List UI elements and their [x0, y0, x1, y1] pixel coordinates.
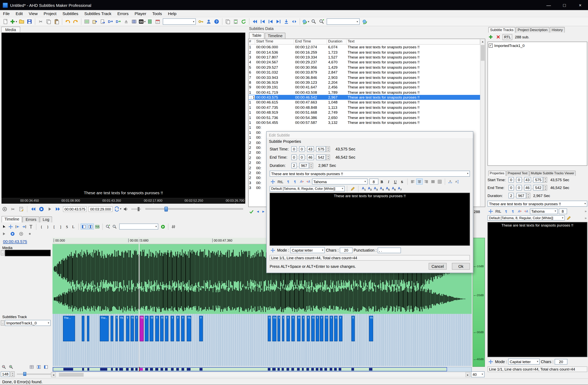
table-row[interactable]: 100:00:48.91900:00:51.6682,749These are … [249, 110, 480, 115]
subtitle-block[interactable]: T [302, 316, 305, 341]
style-preset-5[interactable]: A5 [385, 186, 391, 192]
goto-first-subtitle-button[interactable] [267, 18, 274, 25]
delete-track-button[interactable] [495, 34, 502, 40]
subtitle-block[interactable]: Th. [369, 316, 373, 341]
subtitle-block[interactable]: Th [297, 316, 300, 341]
stretch-ends-button[interactable] [290, 18, 298, 25]
goto-next-button[interactable] [21, 224, 27, 230]
refresh-button[interactable] [240, 18, 248, 25]
timeline-track-combo[interactable]: ImportedTrack1_0▾ [5, 320, 51, 326]
loop-button[interactable] [27, 231, 33, 237]
video-preview[interactable]: These are test texts for snapsots purose… [1, 33, 245, 198]
prop-dir-rtl-button[interactable]: ¶ [510, 208, 516, 214]
table-row[interactable]: 100:00:06.00000:00:12.0746,074These are … [249, 44, 480, 50]
open-project-button[interactable] [17, 18, 25, 25]
tab-timeline[interactable]: Timeline [265, 33, 286, 39]
cut-media-button[interactable]: ✂ [9, 205, 17, 213]
prop-text-combo[interactable]: These are test texts for snapsots purose… [487, 201, 587, 207]
next-subtitle-button[interactable]: ► [261, 210, 266, 214]
subtitle-block-selected[interactable]: Th [140, 316, 143, 341]
start-hours-field[interactable]: 0 [292, 146, 297, 152]
font-family-combo[interactable]: Tahoma▾ [312, 179, 367, 185]
start-ms-field[interactable]: 575 [316, 146, 326, 152]
subtitle-text-combo[interactable]: These are test texts for snapsots purose… [270, 171, 470, 177]
goto-prev-button[interactable] [14, 224, 21, 230]
rewind-button[interactable] [29, 205, 37, 213]
subtitle-block[interactable]: T [282, 316, 284, 341]
play-from-cursor-button[interactable] [1, 231, 7, 237]
style-preset-2[interactable]: A2 [367, 186, 373, 192]
table-row[interactable]: 300:00:17.80700:00:19.3341,527These are … [249, 55, 480, 60]
align-left-button[interactable] [409, 179, 416, 185]
subtitle-block[interactable]: T [126, 316, 129, 341]
volume-slider[interactable] [131, 208, 141, 210]
menu-subtitles[interactable]: Subtitles [60, 11, 81, 17]
duration-seconds-field[interactable]: 2 [292, 163, 297, 168]
start-seconds-field[interactable]: 43 [307, 146, 314, 152]
prop-anchor-button[interactable] [487, 359, 494, 365]
tab-timeline[interactable]: Timeline [1, 216, 22, 222]
volume-button[interactable] [122, 205, 130, 213]
ocr-tool-button[interactable]: OS▾ [138, 18, 146, 25]
subtitle-block[interactable]: Th [130, 316, 134, 341]
prop-start-minutes-field[interactable]: 0 [516, 177, 522, 183]
align-center-button[interactable] [416, 179, 422, 185]
export-subtitles-button[interactable] [91, 18, 98, 25]
search-combo[interactable]: ▾ [326, 18, 359, 25]
column-header-[interactable]: # [249, 39, 255, 44]
table-row[interactable]: 200:00:14.53600:00:16.2591,723These are … [249, 50, 480, 55]
menu-project[interactable]: Project [41, 11, 60, 17]
play-button[interactable] [38, 205, 45, 213]
subtitle-blocks-lane[interactable]: The...The..TThTThTThTThTThTTTTThTThTh.TT… [52, 314, 472, 366]
edit-notes-button[interactable] [17, 205, 25, 213]
cut-button[interactable]: ✂ [37, 18, 44, 25]
tab-multiple-subtitle-tracks-viewer[interactable]: Multiple Subtitle Tracks Viewer [529, 171, 576, 176]
bold-button[interactable]: B [379, 179, 385, 185]
subtitle-block[interactable]: Th. [272, 316, 276, 341]
play-selection-button[interactable] [9, 231, 16, 237]
end-ms-field[interactable]: 542 [316, 154, 326, 160]
menu-view[interactable]: View [26, 11, 41, 17]
timeline-overview-bar[interactable] [52, 367, 472, 372]
timeline-scrollbar[interactable]: ◄ ► [51, 372, 470, 377]
edit-subtitle-dialog[interactable]: Edit Subtitle Subtitle Properties Start … [266, 131, 473, 273]
paste-button[interactable] [52, 18, 60, 25]
view-split-button[interactable] [87, 224, 94, 230]
subtitle-block[interactable]: Th [334, 316, 338, 341]
timeline-current-time-link[interactable]: 00:00:43.575 [3, 239, 27, 244]
subtitle-block[interactable]: Th [311, 316, 315, 341]
table-scrollbar[interactable]: ▲ [480, 39, 485, 207]
prop-duration-seconds-field[interactable]: 2 [509, 193, 514, 198]
duration-spinner[interactable]: ▴▾ [309, 163, 313, 168]
chevron-down-icon[interactable]: ▾ [465, 172, 468, 175]
subtitle-block[interactable]: T [135, 316, 138, 341]
column-header-duration[interactable]: Duration [327, 39, 347, 44]
tracks-list[interactable]: ✓ImportedTrack1_0 [487, 42, 587, 166]
direction-rtl-button[interactable]: ¶ [292, 179, 298, 185]
end-hours-field[interactable]: 0 [292, 154, 297, 160]
insert-marker-button[interactable] [28, 224, 34, 230]
strikethrough-button[interactable]: S [399, 179, 405, 185]
layout-b-button[interactable] [36, 364, 42, 370]
validate-button[interactable] [248, 209, 255, 214]
media-thumbnail-strip[interactable] [5, 250, 51, 256]
style-preset-1[interactable]: A1 [361, 186, 367, 192]
text-flow-left-button[interactable]: A [298, 179, 305, 185]
select-tool-button[interactable] [1, 224, 7, 230]
menu-tools[interactable]: Tools [149, 11, 165, 17]
new-document-button[interactable] [1, 18, 9, 25]
subtitle-block[interactable]: T [330, 316, 333, 341]
web-refresh-button[interactable] [360, 18, 368, 25]
chars-field[interactable]: 20 [340, 247, 353, 253]
scroll-left-icon[interactable]: ◄ [51, 372, 56, 377]
subtitles-table-button[interactable] [83, 18, 91, 25]
prop-edit-style-button[interactable] [566, 215, 572, 221]
subtitle-block[interactable]: T [277, 316, 280, 341]
punctuation-field[interactable]: , . [378, 247, 401, 253]
db-scale-strip[interactable]: -10dB-20dB-30dB-40dB [473, 238, 485, 367]
subtitle-block[interactable]: T [176, 316, 180, 341]
table-row[interactable]: 100:00:47.73500:00:48.8481,113These are … [249, 105, 480, 110]
table-row[interactable]: 800:00:36.91900:00:39.1232,204These are … [249, 80, 480, 85]
view-columns-button[interactable] [81, 224, 87, 230]
table-row[interactable]: 900:00:39.19100:00:41.6472,456These are … [249, 85, 480, 90]
